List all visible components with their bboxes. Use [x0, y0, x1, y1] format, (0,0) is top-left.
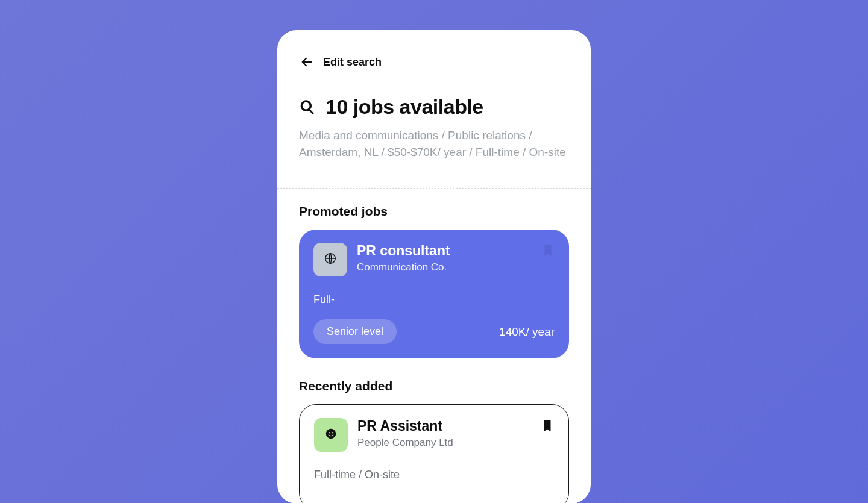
phone-frame: Edit search 10 jobs available Media and …	[277, 30, 591, 503]
promoted-job-card[interactable]: PR consultant Communication Co. Full- Se…	[299, 230, 569, 358]
smile-icon	[324, 427, 338, 443]
arrow-left-icon	[299, 54, 315, 70]
job-title: PR Assistant	[357, 418, 453, 434]
job-card-footer: Senior level 140K/ year	[313, 319, 555, 344]
job-card-header: PR Assistant People Company Ltd	[314, 418, 554, 452]
job-title: PR consultant	[357, 243, 450, 258]
divider	[277, 188, 591, 189]
job-title-block: PR consultant Communication Co.	[357, 243, 450, 273]
company-logo	[314, 418, 348, 452]
svg-point-2	[329, 432, 330, 433]
job-title-block: PR Assistant People Company Ltd	[357, 418, 453, 448]
back-button[interactable]: Edit search	[299, 54, 569, 70]
svg-point-3	[332, 432, 333, 433]
promoted-section-title: Promoted jobs	[299, 204, 569, 219]
salary-text: 140K/ year	[499, 325, 555, 339]
search-filters-summary: Media and communications / Public relati…	[299, 127, 569, 160]
back-label: Edit search	[323, 56, 382, 69]
company-logo	[313, 243, 347, 276]
seniority-pill: Senior level	[313, 319, 397, 344]
results-title-row: 10 jobs available	[299, 95, 569, 119]
svg-point-1	[326, 429, 336, 439]
job-card-header: PR consultant Communication Co.	[313, 243, 555, 276]
bookmark-button[interactable]	[541, 243, 555, 258]
search-icon	[299, 99, 316, 116]
job-meta: Full-time / On-site	[314, 469, 554, 481]
globe-icon	[324, 252, 337, 267]
job-company: People Company Ltd	[357, 437, 453, 449]
recent-section-title: Recently added	[299, 379, 569, 393]
job-company: Communication Co.	[357, 261, 450, 273]
recent-job-card[interactable]: PR Assistant People Company Ltd Full-tim…	[299, 404, 569, 503]
bookmark-button[interactable]	[541, 418, 554, 434]
job-meta: Full-	[313, 293, 555, 306]
results-title: 10 jobs available	[326, 95, 483, 119]
